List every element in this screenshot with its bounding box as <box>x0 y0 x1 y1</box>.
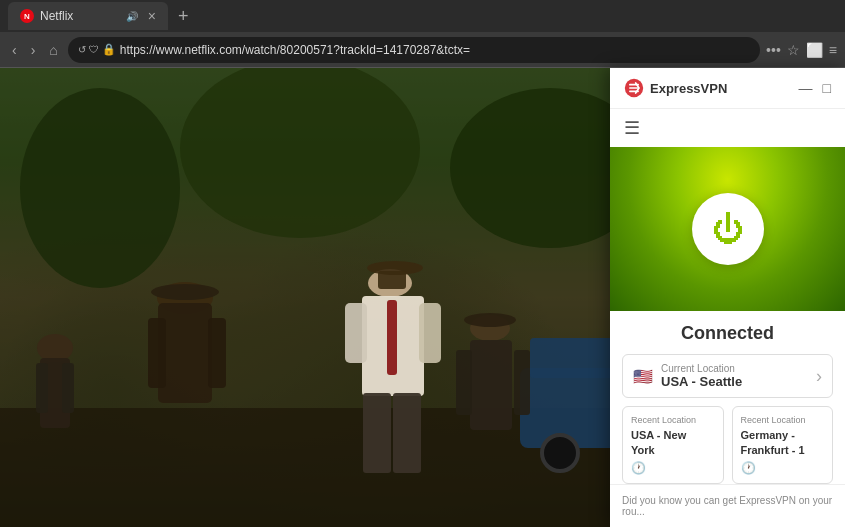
svg-point-28 <box>464 313 516 327</box>
vpn-connection-area: ⏻ <box>610 147 845 311</box>
vpn-recent-footer-0: 🕐 <box>631 461 715 475</box>
svg-rect-20 <box>378 271 406 289</box>
browser-chrome: N Netflix 🔊 × + ‹ › ⌂ ↺ 🛡 🔒 https://www.… <box>0 0 845 68</box>
vpn-logo-area: ExpressVPN <box>624 78 727 98</box>
vpn-recent-value-0: USA - NewYork <box>631 428 715 457</box>
svg-rect-11 <box>36 363 48 413</box>
address-bar[interactable]: ↺ 🛡 🔒 https://www.netflix.com/watch/8020… <box>68 37 760 63</box>
vpn-recent-label-1: Recent Location <box>741 415 825 425</box>
vpn-tip-text: Did you know you can get ExpressVPN on y… <box>610 484 845 527</box>
expressvpn-title: ExpressVPN <box>650 81 727 96</box>
vpn-recent-footer-1: 🕐 <box>741 461 825 475</box>
svg-rect-22 <box>387 300 397 375</box>
vpn-header-buttons: — □ <box>799 80 831 96</box>
back-button[interactable]: ‹ <box>8 40 21 60</box>
vpn-recent-value-1: Germany -Frankfurt - 1 <box>741 428 825 457</box>
svg-rect-29 <box>470 340 512 430</box>
vpn-minimize-button[interactable]: — <box>799 80 813 96</box>
tab-bar: N Netflix 🔊 × + <box>0 0 845 32</box>
netflix-favicon: N <box>20 9 34 23</box>
vpn-recent-clock-1: 🕐 <box>741 461 756 475</box>
vpn-power-icon: ⏻ <box>712 213 744 245</box>
vpn-power-button[interactable]: ⏻ <box>692 193 764 265</box>
expressvpn-panel: ExpressVPN — □ ☰ ⏻ Connected 🇺🇸 Current … <box>610 68 845 527</box>
forward-button[interactable]: › <box>27 40 40 60</box>
new-tab-button[interactable]: + <box>178 6 189 27</box>
expressvpn-logo-icon <box>624 78 644 98</box>
sidebar-button[interactable]: ⬜ <box>806 42 823 58</box>
svg-point-9 <box>37 334 73 362</box>
netflix-tab[interactable]: N Netflix 🔊 × <box>8 2 168 30</box>
vpn-location-chevron: › <box>816 366 822 387</box>
vpn-current-location-section: 🇺🇸 Current Location USA - Seattle › <box>610 354 845 406</box>
vpn-recent-location-1[interactable]: Recent Location Germany -Frankfurt - 1 🕐 <box>732 406 834 484</box>
bookmark-icon[interactable]: ☆ <box>787 42 800 58</box>
svg-point-2 <box>20 88 180 288</box>
svg-rect-23 <box>345 303 367 363</box>
vpn-recent-locations-row: Recent Location USA - NewYork 🕐 Recent L… <box>610 406 845 484</box>
tab-audio-icon[interactable]: 🔊 <box>126 11 138 22</box>
vpn-close-button[interactable]: □ <box>823 80 831 96</box>
vpn-current-location-label: Current Location <box>661 363 808 374</box>
navigation-bar: ‹ › ⌂ ↺ 🛡 🔒 https://www.netflix.com/watc… <box>0 32 845 68</box>
svg-rect-25 <box>363 393 391 473</box>
home-button[interactable]: ⌂ <box>45 40 61 60</box>
nav-right-controls: ••• ☆ ⬜ ≡ <box>766 42 837 58</box>
svg-rect-16 <box>148 318 166 388</box>
svg-rect-26 <box>393 393 421 473</box>
svg-rect-12 <box>62 363 74 413</box>
address-bar-icons: ↺ 🛡 🔒 <box>78 43 116 56</box>
vpn-location-info: Current Location USA - Seattle <box>661 363 808 389</box>
vpn-current-location-box[interactable]: 🇺🇸 Current Location USA - Seattle › <box>622 354 833 398</box>
vpn-location-flag: 🇺🇸 <box>633 367 653 386</box>
vpn-recent-location-0[interactable]: Recent Location USA - NewYork 🕐 <box>622 406 724 484</box>
vpn-recent-label-0: Recent Location <box>631 415 715 425</box>
tab-title: Netflix <box>40 9 120 23</box>
lock-icon: 🔒 <box>102 43 116 56</box>
vpn-status-text: Connected <box>681 323 774 344</box>
svg-point-7 <box>542 435 578 471</box>
svg-rect-30 <box>456 350 472 415</box>
vpn-menu-button[interactable]: ☰ <box>610 109 845 147</box>
svg-point-14 <box>151 284 219 300</box>
tab-close-button[interactable]: × <box>148 8 156 24</box>
vpn-body: ⏻ Connected 🇺🇸 Current Location USA - Se… <box>610 147 845 527</box>
more-button[interactable]: ••• <box>766 42 781 58</box>
vpn-header: ExpressVPN — □ <box>610 68 845 109</box>
svg-rect-17 <box>208 318 226 388</box>
vpn-recent-clock-0: 🕐 <box>631 461 646 475</box>
address-text: https://www.netflix.com/watch/80200571?t… <box>120 43 750 57</box>
svg-rect-24 <box>419 303 441 363</box>
vpn-current-location-value: USA - Seattle <box>661 374 808 389</box>
menu-button[interactable]: ≡ <box>829 42 837 58</box>
reload-icon: ↺ <box>78 44 86 55</box>
svg-rect-31 <box>514 350 530 415</box>
shield-icon: 🛡 <box>89 44 99 55</box>
svg-rect-15 <box>158 303 212 403</box>
